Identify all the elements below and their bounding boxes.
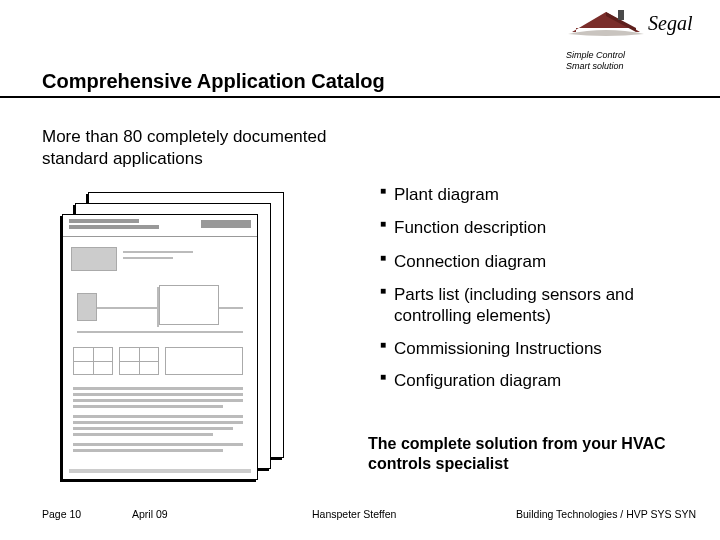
bullet-list: Plant diagram Function description Conne… xyxy=(380,184,700,401)
intro-text: More than 80 completely documented stand… xyxy=(42,126,342,170)
footer-author: Hanspeter Steffen xyxy=(252,508,486,520)
slide: Segal Simple Control Smart solution Comp… xyxy=(0,0,720,540)
footer-date: April 09 xyxy=(132,508,252,520)
page-title: Comprehensive Application Catalog xyxy=(42,70,385,93)
svg-rect-2 xyxy=(618,10,624,20)
bullet-item: Plant diagram xyxy=(380,184,700,205)
bullet-item: Function description xyxy=(380,217,700,238)
footer-org: Building Technologies / HVP SYS SYN xyxy=(486,508,696,520)
footer: Page 10 April 09 Hanspeter Steffen Build… xyxy=(42,508,696,520)
stack-page-front xyxy=(62,214,258,480)
house-mark-icon: Segal xyxy=(566,8,696,48)
svg-text:Segal: Segal xyxy=(648,12,693,35)
bullet-item: Connection diagram xyxy=(380,251,700,272)
footer-page: Page 10 xyxy=(42,508,132,520)
document-stack-graphic xyxy=(62,192,292,482)
brand-logo: Segal Simple Control Smart solution xyxy=(566,8,696,62)
brand-tagline: Simple Control Smart solution xyxy=(566,50,696,72)
tagline-line-2: Smart solution xyxy=(566,61,696,72)
closing-statement: The complete solution from your HVAC con… xyxy=(368,434,708,474)
title-rule xyxy=(0,96,720,98)
bullet-item: Commissioning Instructions xyxy=(380,338,700,359)
bullet-item: Configuration diagram xyxy=(380,370,700,391)
tagline-line-1: Simple Control xyxy=(566,50,696,61)
bullet-item: Parts list (including sensors and contro… xyxy=(380,284,700,327)
